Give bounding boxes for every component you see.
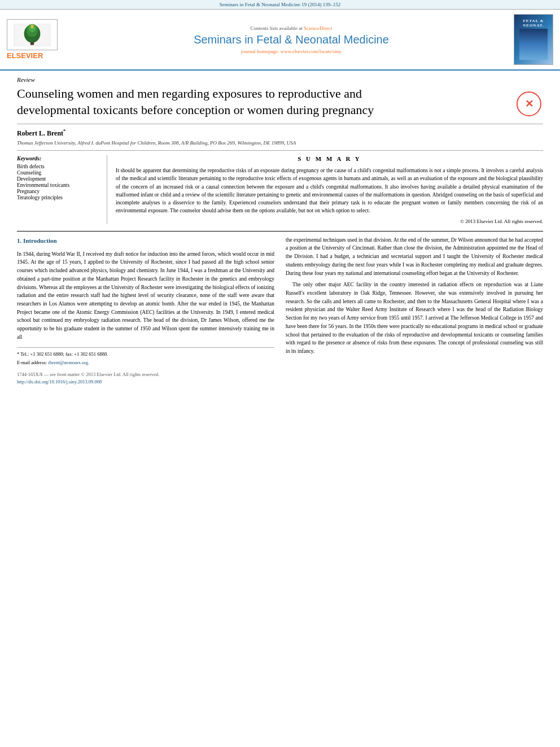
summary-heading: S U M M A R Y	[116, 155, 543, 162]
keyword-2: Counseling	[17, 170, 98, 176]
body-divider	[17, 231, 543, 231]
journal-homepage: journal homepage: www.elsevier.com/locat…	[75, 49, 508, 54]
footnote-email: E-mail address: rbrent@nemours.org.	[17, 359, 274, 366]
summary-text: It should be apparent that determining t…	[116, 167, 543, 215]
sciencedirect-line: Contents lists available at ScienceDirec…	[75, 25, 508, 31]
title-divider	[17, 124, 543, 124]
article-title: Counseling women and men regarding expos…	[17, 86, 412, 118]
body-col-right: the experimental techniques used in that…	[286, 236, 543, 386]
journal-cover-image: FETAL & NEONAT.	[514, 14, 553, 65]
intro-paragraph-2: the experimental techniques used in that…	[286, 236, 543, 278]
journal-reference-bar: Seminars in Fetal & Neonatal Medicine 19…	[0, 0, 560, 10]
email-address[interactable]: rbrent@nemours.org.	[48, 360, 89, 365]
journal-center: Contents lists available at ScienceDirec…	[69, 25, 514, 54]
introduction-heading: 1. Introduction	[17, 236, 274, 246]
intro-paragraph-3: The only other major AEC facility in the…	[286, 281, 543, 355]
body-col-left: 1. Introduction In 1944, during World Wa…	[17, 236, 274, 386]
keywords-label: Keywords:	[17, 155, 98, 161]
summary-column: S U M M A R Y It should be apparent that…	[107, 155, 543, 224]
keyword-6: Teratology principles	[17, 195, 98, 200]
keyword-3: Development	[17, 176, 98, 182]
author-sup: *	[63, 129, 65, 134]
journal-reference-text: Seminars in Fetal & Neonatal Medicine 19…	[220, 2, 340, 7]
copyright-text: © 2013 Elsevier Ltd. All rights reserved…	[116, 219, 543, 224]
contents-available-text: Contents lists available at	[251, 25, 304, 31]
cover-title-top: FETAL & NEONAT.	[517, 19, 550, 28]
keyword-4: Environmental toxicants	[17, 182, 98, 188]
homepage-url[interactable]: www.elsevier.com/locate/siny	[281, 49, 342, 54]
crossmark-icon: ✕	[517, 91, 541, 116]
article-type-label: Review	[17, 76, 543, 83]
keyword-1: Birth defects	[17, 164, 98, 169]
email-pre: E-mail address:	[17, 360, 48, 365]
footnote-area: * Tel.: +1 302 651 6880; fax: +1 302 651…	[17, 347, 274, 366]
doi-link[interactable]: http://dx.doi.org/10.1016/j.siny.2013.09…	[17, 378, 274, 386]
affiliation: Thomas Jefferson University, Alfred I. d…	[17, 140, 543, 146]
body-columns: 1. Introduction In 1944, during World Wa…	[17, 236, 543, 386]
main-content-area: Review Counseling women and men regardin…	[0, 71, 560, 397]
author-divider	[17, 150, 543, 151]
journal-title: Seminars in Fetal & Neonatal Medicine	[75, 33, 508, 46]
issn-line: 1744-165X/$ — see front matter © 2013 El…	[17, 371, 274, 378]
crossmark-area: ✕	[515, 90, 543, 118]
elsevier-tree-svg	[12, 24, 52, 46]
footer-bottom: 1744-165X/$ — see front matter © 2013 El…	[17, 371, 274, 386]
body-text-right: the experimental techniques used in that…	[286, 236, 543, 356]
cover-graphic	[519, 29, 548, 60]
elsevier-logo-area: ELSEVIER	[7, 19, 69, 60]
svg-rect-5	[31, 24, 34, 28]
keyword-5: Pregnancy	[17, 189, 98, 194]
homepage-pre: journal homepage:	[241, 49, 280, 54]
keywords-column: Keywords: Birth defects Counseling Devel…	[17, 155, 107, 224]
author-name-text: Robert L. Brent	[17, 129, 63, 137]
elsevier-tree-image	[7, 19, 58, 50]
abstract-section: Keywords: Birth defects Counseling Devel…	[17, 155, 543, 224]
body-text-left: In 1944, during World War II, I received…	[17, 250, 274, 342]
sciencedirect-link[interactable]: ScienceDirect	[304, 25, 332, 31]
intro-paragraph-1: In 1944, during World War II, I received…	[17, 250, 274, 342]
elsevier-brand-text: ELSEVIER	[7, 51, 43, 60]
footnote-tel: * Tel.: +1 302 651 6880; fax: +1 302 651…	[17, 351, 274, 358]
author-name: Robert L. Brent*	[17, 129, 543, 138]
journal-header: ELSEVIER Contents lists available at Sci…	[0, 10, 560, 71]
